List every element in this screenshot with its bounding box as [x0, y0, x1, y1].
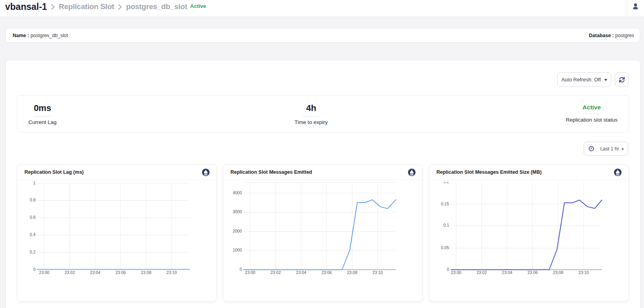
svg-text:23:00: 23:00 [39, 270, 49, 275]
svg-text:23:06: 23:06 [116, 270, 126, 275]
svg-text:0: 0 [33, 267, 36, 272]
svg-text:0.4: 0.4 [30, 232, 36, 237]
svg-text:23:00: 23:00 [245, 270, 255, 275]
svg-text:1000: 1000 [233, 248, 242, 252]
svg-text:23:04: 23:04 [90, 270, 100, 275]
svg-text:1: 1 [33, 180, 36, 185]
svg-text:23:06: 23:06 [322, 270, 332, 275]
svg-text:0.05: 0.05 [441, 245, 449, 250]
svg-text:23:04: 23:04 [502, 270, 512, 275]
svg-text:0.8: 0.8 [30, 197, 36, 202]
svg-text:23:08: 23:08 [141, 270, 151, 275]
svg-text:23:10: 23:10 [578, 270, 589, 275]
svg-text:3000: 3000 [233, 209, 242, 214]
svg-text:23:02: 23:02 [64, 270, 75, 275]
svg-text:0.15: 0.15 [441, 201, 449, 206]
svg-text:0.2: 0.2 [30, 250, 36, 254]
svg-text:0.1: 0.1 [443, 223, 449, 227]
svg-text:23:06: 23:06 [528, 270, 538, 275]
svg-text:23:00: 23:00 [451, 270, 461, 275]
svg-text:23:04: 23:04 [296, 270, 306, 275]
svg-text:2000: 2000 [233, 229, 242, 233]
svg-text:23:02: 23:02 [476, 270, 487, 275]
svg-text:23:10: 23:10 [167, 270, 177, 275]
svg-text:0.6: 0.6 [30, 215, 36, 220]
svg-text:4000: 4000 [233, 190, 242, 195]
svg-text:0: 0 [240, 267, 242, 272]
svg-text:0: 0 [447, 267, 449, 272]
svg-text:23:10: 23:10 [373, 270, 383, 275]
svg-text:23:08: 23:08 [347, 270, 357, 275]
svg-text:23:08: 23:08 [553, 270, 563, 275]
svg-text:23:02: 23:02 [270, 270, 281, 275]
